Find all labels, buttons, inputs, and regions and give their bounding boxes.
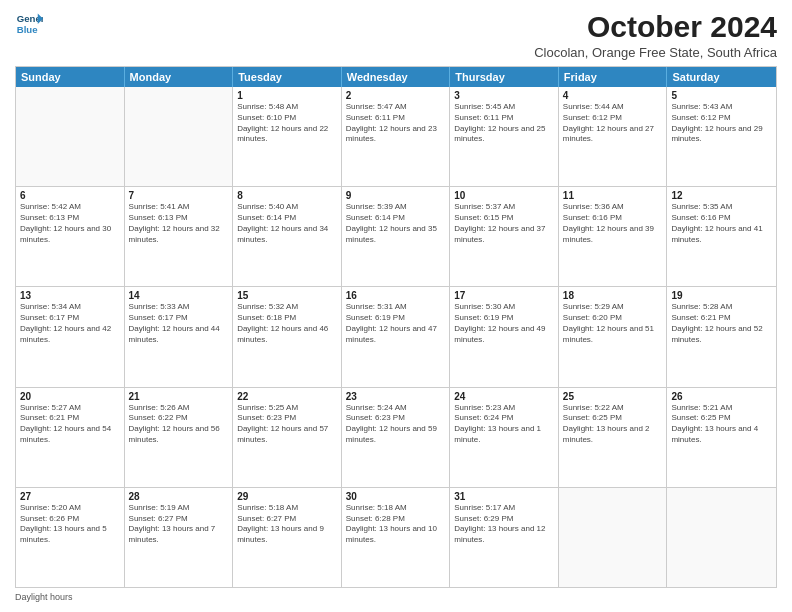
sunrise-30: Sunrise: 5:18 AM [346, 503, 446, 514]
day-28: 28Sunrise: 5:19 AMSunset: 6:27 PMDayligh… [125, 488, 234, 587]
sunset-6: Sunset: 6:13 PM [20, 213, 120, 224]
sunset-28: Sunset: 6:27 PM [129, 514, 229, 525]
sunset-14: Sunset: 6:17 PM [129, 313, 229, 324]
day-number-9: 9 [346, 190, 446, 201]
day-number-16: 16 [346, 290, 446, 301]
header-day-tuesday: Tuesday [233, 67, 342, 87]
footer: Daylight hours [15, 592, 777, 602]
sunrise-28: Sunrise: 5:19 AM [129, 503, 229, 514]
calendar: SundayMondayTuesdayWednesdayThursdayFrid… [15, 66, 777, 588]
svg-text:Blue: Blue [17, 24, 38, 35]
daylight-17: Daylight: 12 hours and 49 minutes. [454, 324, 554, 346]
sunset-9: Sunset: 6:14 PM [346, 213, 446, 224]
day-9: 9Sunrise: 5:39 AMSunset: 6:14 PMDaylight… [342, 187, 451, 286]
daylight-30: Daylight: 13 hours and 10 minutes. [346, 524, 446, 546]
day-1: 1Sunrise: 5:48 AMSunset: 6:10 PMDaylight… [233, 87, 342, 186]
day-number-19: 19 [671, 290, 772, 301]
calendar-row-5: 27Sunrise: 5:20 AMSunset: 6:26 PMDayligh… [16, 487, 776, 587]
day-5: 5Sunrise: 5:43 AMSunset: 6:12 PMDaylight… [667, 87, 776, 186]
day-number-5: 5 [671, 90, 772, 101]
calendar-row-2: 6Sunrise: 5:42 AMSunset: 6:13 PMDaylight… [16, 186, 776, 286]
daylight-8: Daylight: 12 hours and 34 minutes. [237, 224, 337, 246]
day-11: 11Sunrise: 5:36 AMSunset: 6:16 PMDayligh… [559, 187, 668, 286]
sunrise-29: Sunrise: 5:18 AM [237, 503, 337, 514]
sunset-23: Sunset: 6:23 PM [346, 413, 446, 424]
daylight-9: Daylight: 12 hours and 35 minutes. [346, 224, 446, 246]
day-2: 2Sunrise: 5:47 AMSunset: 6:11 PMDaylight… [342, 87, 451, 186]
daylight-19: Daylight: 12 hours and 52 minutes. [671, 324, 772, 346]
title-block: October 2024 Clocolan, Orange Free State… [534, 10, 777, 60]
daylight-21: Daylight: 12 hours and 56 minutes. [129, 424, 229, 446]
sunrise-7: Sunrise: 5:41 AM [129, 202, 229, 213]
day-number-24: 24 [454, 391, 554, 402]
sunrise-9: Sunrise: 5:39 AM [346, 202, 446, 213]
day-number-21: 21 [129, 391, 229, 402]
sunset-12: Sunset: 6:16 PM [671, 213, 772, 224]
sunrise-2: Sunrise: 5:47 AM [346, 102, 446, 113]
day-22: 22Sunrise: 5:25 AMSunset: 6:23 PMDayligh… [233, 388, 342, 487]
sunrise-26: Sunrise: 5:21 AM [671, 403, 772, 414]
day-number-20: 20 [20, 391, 120, 402]
daylight-16: Daylight: 12 hours and 47 minutes. [346, 324, 446, 346]
sunset-16: Sunset: 6:19 PM [346, 313, 446, 324]
header-day-saturday: Saturday [667, 67, 776, 87]
sunrise-8: Sunrise: 5:40 AM [237, 202, 337, 213]
day-7: 7Sunrise: 5:41 AMSunset: 6:13 PMDaylight… [125, 187, 234, 286]
daylight-6: Daylight: 12 hours and 30 minutes. [20, 224, 120, 246]
header-day-monday: Monday [125, 67, 234, 87]
sunset-30: Sunset: 6:28 PM [346, 514, 446, 525]
sunrise-22: Sunrise: 5:25 AM [237, 403, 337, 414]
subtitle: Clocolan, Orange Free State, South Afric… [534, 45, 777, 60]
calendar-row-4: 20Sunrise: 5:27 AMSunset: 6:21 PMDayligh… [16, 387, 776, 487]
header-day-thursday: Thursday [450, 67, 559, 87]
page: General Blue October 2024 Clocolan, Oran… [0, 0, 792, 612]
logo: General Blue [15, 10, 43, 38]
sunset-26: Sunset: 6:25 PM [671, 413, 772, 424]
day-8: 8Sunrise: 5:40 AMSunset: 6:14 PMDaylight… [233, 187, 342, 286]
day-number-15: 15 [237, 290, 337, 301]
day-14: 14Sunrise: 5:33 AMSunset: 6:17 PMDayligh… [125, 287, 234, 386]
day-number-22: 22 [237, 391, 337, 402]
daylight-5: Daylight: 12 hours and 29 minutes. [671, 124, 772, 146]
sunset-10: Sunset: 6:15 PM [454, 213, 554, 224]
sunrise-18: Sunrise: 5:29 AM [563, 302, 663, 313]
sunrise-16: Sunrise: 5:31 AM [346, 302, 446, 313]
calendar-header: SundayMondayTuesdayWednesdayThursdayFrid… [16, 67, 776, 87]
sunset-27: Sunset: 6:26 PM [20, 514, 120, 525]
day-23: 23Sunrise: 5:24 AMSunset: 6:23 PMDayligh… [342, 388, 451, 487]
day-17: 17Sunrise: 5:30 AMSunset: 6:19 PMDayligh… [450, 287, 559, 386]
day-29: 29Sunrise: 5:18 AMSunset: 6:27 PMDayligh… [233, 488, 342, 587]
daylight-29: Daylight: 13 hours and 9 minutes. [237, 524, 337, 546]
daylight-2: Daylight: 12 hours and 23 minutes. [346, 124, 446, 146]
day-number-1: 1 [237, 90, 337, 101]
day-24: 24Sunrise: 5:23 AMSunset: 6:24 PMDayligh… [450, 388, 559, 487]
daylight-13: Daylight: 12 hours and 42 minutes. [20, 324, 120, 346]
daylight-4: Daylight: 12 hours and 27 minutes. [563, 124, 663, 146]
sunset-1: Sunset: 6:10 PM [237, 113, 337, 124]
day-number-17: 17 [454, 290, 554, 301]
daylight-11: Daylight: 12 hours and 39 minutes. [563, 224, 663, 246]
day-number-31: 31 [454, 491, 554, 502]
day-number-29: 29 [237, 491, 337, 502]
day-12: 12Sunrise: 5:35 AMSunset: 6:16 PMDayligh… [667, 187, 776, 286]
daylight-25: Daylight: 13 hours and 2 minutes. [563, 424, 663, 446]
day-4: 4Sunrise: 5:44 AMSunset: 6:12 PMDaylight… [559, 87, 668, 186]
sunrise-4: Sunrise: 5:44 AM [563, 102, 663, 113]
sunset-18: Sunset: 6:20 PM [563, 313, 663, 324]
sunset-29: Sunset: 6:27 PM [237, 514, 337, 525]
day-number-4: 4 [563, 90, 663, 101]
sunset-21: Sunset: 6:22 PM [129, 413, 229, 424]
header-day-sunday: Sunday [16, 67, 125, 87]
daylight-31: Daylight: 13 hours and 12 minutes. [454, 524, 554, 546]
day-number-8: 8 [237, 190, 337, 201]
day-number-30: 30 [346, 491, 446, 502]
sunset-15: Sunset: 6:18 PM [237, 313, 337, 324]
day-25: 25Sunrise: 5:22 AMSunset: 6:25 PMDayligh… [559, 388, 668, 487]
sunset-2: Sunset: 6:11 PM [346, 113, 446, 124]
sunrise-3: Sunrise: 5:45 AM [454, 102, 554, 113]
day-number-7: 7 [129, 190, 229, 201]
calendar-body: 1Sunrise: 5:48 AMSunset: 6:10 PMDaylight… [16, 87, 776, 587]
daylight-22: Daylight: 12 hours and 57 minutes. [237, 424, 337, 446]
day-number-26: 26 [671, 391, 772, 402]
day-number-6: 6 [20, 190, 120, 201]
